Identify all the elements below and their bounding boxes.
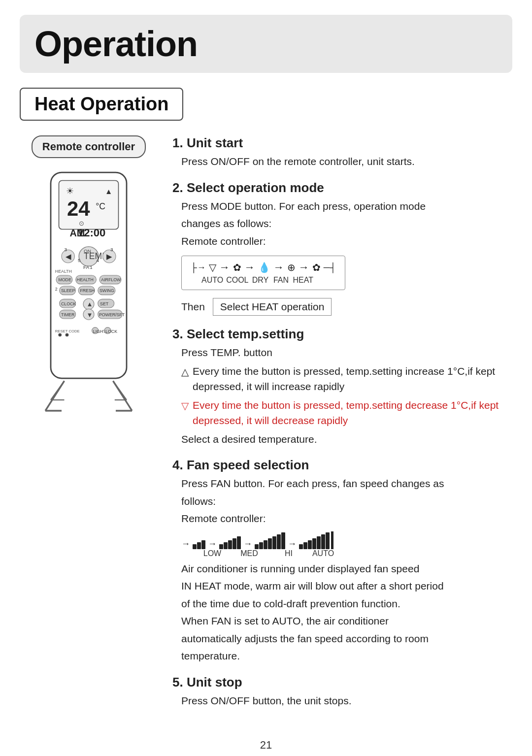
svg-text:LIGHT: LIGHT [93,329,106,334]
svg-text:SWING: SWING [100,288,114,293]
svg-point-54 [66,333,69,337]
bullet-up-text: Every time the button is pressed, temp.s… [193,363,512,394]
svg-text:2: 2 [55,287,58,292]
fan-bar-low-1 [193,544,197,549]
fan-bar-hi-2 [259,542,263,549]
svg-text:3: 3 [110,247,113,252]
svg-text:▼: ▼ [87,311,93,319]
remote-label: Remote controller [32,135,146,158]
fan-bar-low-3 [201,540,205,549]
svg-text:SET: SET [100,301,109,306]
bullet-down-text: Every time the button is pressed, temp.s… [193,397,512,428]
svg-text:☀: ☀ [66,186,74,196]
page-title: Operation [34,24,498,64]
svg-text:▶: ▶ [106,252,112,261]
svg-text:4: 4 [96,258,99,263]
left-column: Remote controller ☀ ▲ 24 °C ⊙ AM 12:00 T… [20,135,158,427]
svg-text:▲: ▲ [87,300,93,308]
fan-bar-auto-7 [326,532,330,549]
arrow-3: → [273,261,284,274]
step-5: 5. Unit stop Press ON/OFF button, the un… [172,675,512,709]
fan-arrow-4: → [288,539,297,549]
main-layout: Remote controller ☀ ▲ 24 °C ⊙ AM 12:00 T… [20,135,512,719]
svg-text:RESET CODE: RESET CODE [55,329,80,333]
svg-line-59 [51,381,65,400]
step-1-body: Press ON/OFF on the remote controller, u… [181,154,512,169]
mode-labels-row: AUTO COOL DRY FAN HEAT [193,276,336,285]
svg-text:CLOCK: CLOCK [61,301,76,306]
svg-text:HEALTH: HEALTH [77,277,94,282]
arrow-1: → [219,261,230,274]
svg-text:HEALTH: HEALTH [55,269,72,274]
label-cool: COOL [226,276,248,285]
arrow-2: → [244,261,255,274]
svg-text:▲: ▲ [105,187,112,196]
fan-labels-row: LOW MED HI AUTO [195,549,512,558]
arrow-4: → [299,261,309,274]
auto-icon: ▽ [209,262,216,273]
fan-label-low: LOW [195,549,230,558]
page-header: Operation [20,15,512,73]
svg-text:TIMER: TIMER [61,312,74,317]
fan-bar-hi-4 [268,538,272,549]
then-row: Then Select HEAT operation [181,298,512,316]
heat-icon: ✿ [312,262,321,273]
step-2-body: Press MODE button. For each press, opera… [181,198,512,249]
svg-text:12:00: 12:00 [78,227,105,239]
fan-bar-auto-5 [317,536,321,549]
fan-bar-hi-1 [255,544,259,549]
svg-text:24: 24 [67,197,90,220]
svg-text:5: 5 [78,258,81,263]
page-number: 21 [0,739,532,756]
svg-text:°C: °C [96,201,105,211]
step-4-title: 4. Fan speed selection [172,458,512,473]
arrow-icon: ├→ [191,263,206,273]
svg-text:FRESH: FRESH [80,288,95,293]
svg-text:AIRFLOW: AIRFLOW [101,277,121,282]
fan-label-hi: HI [269,549,308,558]
end-arrow: ─┤ [324,263,336,273]
fan-bar-auto-3 [308,540,312,549]
triangle-up-icon: △ [181,364,189,379]
fan-bar-auto-1 [299,544,303,549]
fan-bar-med-1 [219,544,223,549]
step-1: 1. Unit start Press ON/OFF on the remote… [172,135,512,169]
fan-label-auto: AUTO [308,549,338,558]
fan-bar-med-4 [233,538,236,549]
step-4: 4. Fan speed selection Press FAN button.… [172,458,512,664]
step-5-title: 5. Unit stop [172,675,512,690]
step-5-body: Press ON/OFF button, the unit stops. [181,693,512,709]
step-4-body: Press FAN button. For each press, fan sp… [181,476,512,526]
fan-arrow-2: → [208,539,217,549]
fan-bar-low-2 [197,542,201,549]
fan-bar-med-2 [224,542,228,549]
right-column: 1. Unit start Press ON/OFF on the remote… [172,135,512,719]
svg-text:1: 1 [90,264,93,270]
step-1-title: 1. Unit start [172,135,512,151]
fan-bar-med-5 [237,536,241,549]
step-3-select: Select a desired temperature. [181,431,512,447]
svg-text:ON: ON [84,248,91,254]
svg-text:3: 3 [65,247,67,252]
step-2: 2. Select operation mode Press MODE butt… [172,180,512,316]
fan-arrow-3: → [243,539,252,549]
label-heat: HEAT [293,276,313,285]
fan-icon: ⊕ [287,262,296,273]
fan-bar-hi-7 [281,532,285,549]
step-3-title: 3. Select temp.setting [172,327,512,342]
svg-text:LOCK: LOCK [105,329,117,334]
section-title: Heat Operation [20,88,183,121]
mode-diagram: ├→ ▽ → ✿ → 💧 → ⊕ → ✿ ─┤ AUTO COOL DRY FA… [181,256,345,290]
select-heat-box: Select HEAT operation [213,298,332,316]
fan-start-arrow: → [181,539,190,549]
label-fan: FAN [272,276,290,285]
cool-icon: ✿ [233,262,241,273]
fan-bar-auto-2 [303,542,307,549]
step-2-title: 2. Select operation mode [172,180,512,196]
svg-text:POWER/SFT: POWER/SFT [99,312,125,317]
step-4-airinfo: Air conditioner is running under display… [181,561,512,664]
dry-icon: 💧 [258,262,270,273]
svg-text:⊙: ⊙ [79,220,84,227]
fan-bar-hi-6 [277,534,281,549]
svg-text:FA: FA [83,264,89,270]
